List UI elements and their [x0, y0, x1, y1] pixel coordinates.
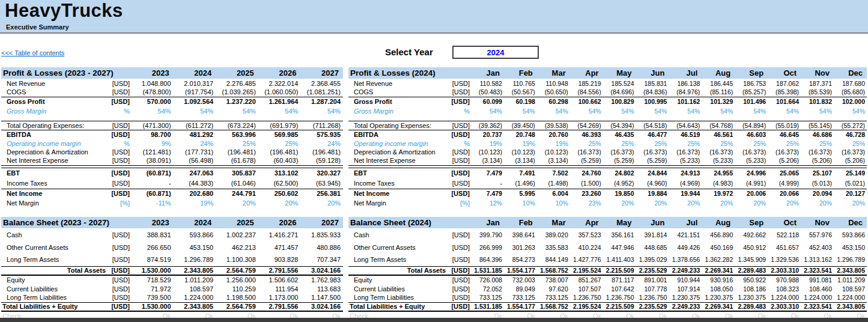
row-unit: [USD] [448, 241, 471, 254]
value-cell: 2.215.509 [603, 266, 636, 275]
value-cell: (61.046) [216, 178, 258, 189]
row-unit: [USD] [108, 189, 131, 198]
row-other-current-assets: Other Current Assets[USD]266.999301.2633… [348, 241, 867, 254]
value-cell: 25.149 [834, 168, 867, 178]
row-label: EBT [1, 168, 108, 178]
row-unit: [USD] [108, 284, 131, 293]
value-cell: 910.944 [669, 275, 702, 284]
value-cell: 20% [768, 198, 801, 207]
table-title: Profit & Losses (2023 - 2027) [1, 67, 131, 79]
table-of-contents-link[interactable]: <<< Table of contents [1, 49, 64, 56]
value-cell: 54% [603, 106, 636, 115]
row-label: Other Current Assets [348, 241, 448, 254]
row-unit: [USD] [108, 266, 131, 275]
value-cell: (16.373) [669, 147, 702, 156]
value-cell: 20.066 [768, 189, 801, 198]
value-cell: 185.219 [570, 79, 603, 88]
value-cell: 1.531.185 [471, 302, 504, 311]
value-cell: (4.952) [603, 178, 636, 189]
row-label: Long Term Assets [348, 254, 448, 266]
value-cell: 54% [504, 106, 537, 115]
value-cell: 54% [702, 106, 735, 115]
column-header: Jun [636, 67, 669, 79]
table-title: Profit & Losses (2024) [348, 67, 471, 79]
row-cash: Cash[USD]388.831593.8661.002.2371.416.27… [1, 228, 343, 241]
value-cell: 1.568.752 [537, 266, 570, 275]
row-net-revenue: Net Revenue[USD]110.582110.765110.948185… [348, 79, 867, 88]
value-cell: (10.123) [471, 147, 504, 156]
value-cell: (1.496) [504, 178, 537, 189]
value-cell: (59.128) [300, 156, 343, 165]
value-cell: 2.791.556 [258, 302, 301, 311]
value-cell: 453.150 [174, 241, 216, 254]
value-cell: 108.323 [768, 284, 801, 293]
row-unit: [%] [108, 198, 131, 207]
value-cell: 20% [636, 198, 669, 207]
column-header: 2023 [131, 217, 174, 228]
value-cell: 20% [258, 198, 301, 207]
value-cell: 107.507 [570, 284, 603, 293]
balance-sheet-years-table-host: Balance Sheet (2023 - 2027)2023202420252… [1, 217, 343, 320]
value-cell: 301.263 [504, 241, 537, 254]
value-cell: 2.564.759 [216, 302, 258, 311]
bs-months-table: Balance Sheet (2024)JanFebMarAprMayJunJu… [348, 217, 867, 320]
value-cell: (5.206) [768, 156, 801, 165]
value-cell: 20.094 [801, 189, 834, 198]
value-cell: 24.913 [669, 168, 702, 178]
value-cell: 7.502 [537, 168, 570, 178]
column-header: Mar [537, 67, 570, 79]
row-unit: [USD] [448, 302, 471, 311]
value-cell: 100.995 [636, 97, 669, 106]
row-unit: [USD] [108, 241, 131, 254]
value-cell: 46.435 [603, 130, 636, 139]
value-cell: 54% [570, 106, 603, 115]
row-depreciation-amortization: Depreciation & Amortization[USD](10.123)… [348, 147, 867, 156]
value-cell: 46.645 [768, 130, 801, 139]
value-cell: (56.498) [174, 156, 216, 165]
value-cell: 970.988 [768, 275, 801, 284]
value-cell: (16.373) [570, 147, 603, 156]
row-label: Net Interest Expense [348, 156, 448, 165]
value-cell: 108.597 [834, 284, 867, 293]
value-cell: 24.760 [570, 168, 603, 178]
value-cell: 25% [735, 139, 768, 147]
value-cell: 46.477 [636, 130, 669, 139]
value-cell: 24.955 [702, 168, 735, 178]
value-cell: 452.403 [801, 241, 834, 254]
row-label: Total Liabilities + Equity [1, 302, 108, 311]
value-cell: 1.395.029 [636, 254, 669, 266]
value-cell: (84.556) [570, 88, 603, 97]
value-cell: 202.680 [174, 189, 216, 198]
value-cell: 391.814 [636, 228, 669, 241]
value-cell: - [131, 178, 174, 189]
value-cell: 2.343.805 [174, 302, 216, 311]
value-cell: 2.289.483 [735, 266, 768, 275]
column-header: 2026 [258, 67, 301, 79]
value-cell: 54% [216, 106, 258, 115]
select-year-input[interactable]: 2024 [452, 46, 539, 59]
value-cell: 2.269.341 [702, 266, 735, 275]
value-cell: (84.696) [603, 88, 636, 97]
value-cell: 244.791 [216, 189, 258, 198]
value-cell: (196.481) [300, 147, 343, 156]
value-cell: 1.568.752 [537, 302, 570, 311]
value-cell: 19.884 [636, 189, 669, 198]
value-cell: 456.890 [702, 228, 735, 241]
column-header: Dec [834, 217, 867, 228]
row-label: Net Interest Expense [1, 156, 108, 165]
value-cell: (54.269) [570, 121, 603, 130]
row-label: Total Assets [348, 266, 448, 275]
row-net-income: Net Income[USD](60.871)202.680244.791250… [1, 189, 343, 198]
value-cell: 46.393 [570, 130, 603, 139]
value-cell: 522.118 [768, 228, 801, 241]
pl-years-table: Profit & Losses (2023 - 2027)20232024202… [1, 67, 343, 207]
value-cell: 108.186 [735, 284, 768, 293]
row-total-liabilities-equity: Total Liabilities + Equity[USD]1.531.185… [348, 302, 867, 311]
value-cell: (85.257) [735, 88, 768, 97]
row-label: EBITDA [348, 130, 448, 139]
value-cell: 2.303.310 [768, 266, 801, 275]
value-cell: 113.683 [300, 284, 343, 293]
value-cell: 1.224.000 [768, 293, 801, 302]
value-cell: 19.944 [669, 189, 702, 198]
value-cell: 421.151 [669, 228, 702, 241]
